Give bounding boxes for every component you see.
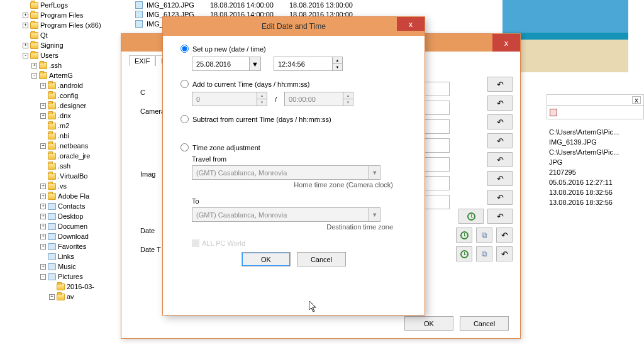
text-input[interactable] — [425, 82, 450, 96]
collapse-icon[interactable]: - — [31, 73, 37, 79]
expand-icon[interactable]: + — [23, 13, 28, 18]
days-value: 0 — [192, 96, 257, 103]
expand-icon[interactable]: + — [31, 63, 37, 69]
clock-button[interactable] — [456, 228, 472, 243]
tree-item[interactable]: -ArtemG — [5, 70, 131, 80]
tree-item[interactable]: +.vs — [5, 181, 131, 191]
text-input[interactable] — [425, 138, 450, 153]
expand-icon[interactable]: + — [40, 244, 46, 250]
tab-exif[interactable]: EXIF — [129, 55, 155, 66]
undo-button[interactable] — [487, 77, 513, 92]
expand-icon[interactable]: + — [23, 43, 28, 48]
copy-button[interactable] — [476, 246, 492, 261]
expand-icon[interactable]: + — [23, 23, 28, 28]
tree-item[interactable]: .m2 — [5, 121, 131, 131]
undo-button[interactable] — [496, 228, 513, 243]
days-spinner[interactable]: 0 ▲▼ — [192, 92, 267, 106]
expand-icon[interactable]: + — [40, 264, 46, 270]
undo-button[interactable] — [487, 209, 513, 224]
tree-item[interactable]: 2016-03- — [5, 282, 131, 292]
tree-item[interactable]: .nbi — [5, 131, 131, 141]
close-button[interactable]: x — [492, 34, 520, 52]
tree-item[interactable]: PerfLogs — [5, 0, 131, 10]
tree-item[interactable]: +Program Files — [5, 10, 131, 20]
collapse-icon[interactable]: - — [40, 274, 46, 280]
undo-button[interactable] — [496, 246, 513, 261]
date-picker[interactable]: 25.08.2016 ▼ — [192, 57, 261, 71]
timezone-to-dropdown[interactable]: (GMT) Casablanca, Monrovia ▾ — [192, 207, 380, 222]
text-input[interactable] — [425, 195, 450, 209]
expand-icon[interactable]: + — [40, 214, 46, 219]
expand-icon[interactable]: + — [40, 83, 46, 89]
tree-item[interactable]: +.android — [5, 80, 131, 90]
tree-item[interactable]: +Download — [5, 231, 131, 241]
expand-icon[interactable]: + — [40, 204, 46, 209]
text-input[interactable] — [425, 157, 450, 172]
text-input[interactable] — [425, 176, 450, 190]
expand-icon[interactable]: + — [40, 113, 46, 119]
tree-item[interactable]: +Documen — [5, 221, 131, 231]
undo-button[interactable] — [487, 114, 513, 129]
ok-button[interactable]: OK — [242, 252, 291, 266]
tree-item[interactable]: +.netbeans — [5, 141, 131, 151]
radio-timezone[interactable] — [180, 143, 189, 151]
tree-item[interactable]: Qt — [5, 30, 131, 40]
undo-button[interactable] — [487, 133, 513, 148]
close-icon[interactable]: x — [632, 96, 641, 104]
tree-item[interactable]: +Music — [5, 261, 131, 272]
cancel-button[interactable]: Cancel — [460, 316, 509, 331]
tree-item[interactable]: .ssh — [5, 161, 131, 171]
expand-icon[interactable]: + — [40, 194, 46, 199]
ok-button[interactable]: OK — [404, 316, 453, 331]
tree-item[interactable]: -Users — [5, 50, 131, 60]
tree-item[interactable]: +av — [5, 292, 131, 302]
close-button[interactable]: x — [397, 17, 425, 31]
clock-button[interactable] — [458, 209, 484, 224]
undo-button[interactable] — [487, 190, 513, 205]
spin-down-icon[interactable]: ▼ — [343, 99, 353, 106]
undo-button[interactable] — [487, 152, 513, 167]
tree-item[interactable]: +Favorites — [5, 241, 131, 251]
tree-item[interactable]: +Contacts — [5, 201, 131, 211]
tree-item[interactable]: +.dnx — [5, 111, 131, 121]
spin-up-icon[interactable]: ▲ — [257, 92, 267, 99]
copy-button[interactable] — [476, 228, 492, 243]
tree-item[interactable]: -Pictures — [5, 272, 131, 282]
expand-icon[interactable]: + — [40, 103, 46, 109]
spin-up-icon[interactable]: ▲ — [343, 92, 353, 99]
tree-item[interactable]: +Adobe Fla — [5, 191, 131, 201]
collapse-icon[interactable]: - — [23, 53, 28, 58]
expand-icon[interactable]: + — [40, 234, 46, 239]
radio-add[interactable] — [180, 80, 189, 88]
undo-button[interactable] — [487, 171, 513, 186]
tree-item[interactable]: .oracle_jre — [5, 151, 131, 161]
tree-item[interactable]: +.designer — [5, 101, 131, 111]
tree-item[interactable]: .VirtualBo — [5, 171, 131, 181]
clock-button[interactable] — [456, 246, 472, 261]
expand-icon[interactable]: + — [49, 294, 55, 300]
hms-spinner[interactable]: 00:00:00 ▲▼ — [284, 92, 353, 106]
time-spinner[interactable]: 12:34:56 ▲▼ — [274, 57, 343, 71]
tree-label: .netbeans — [58, 142, 88, 150]
folder-tree[interactable]: PerfLogs+Program Files+Program Files (x8… — [5, 0, 131, 362]
text-input[interactable] — [425, 119, 450, 134]
text-input[interactable] — [425, 101, 450, 115]
tree-item[interactable]: Links — [5, 251, 131, 261]
radio-subtract[interactable] — [180, 115, 189, 123]
radio-set-new[interactable] — [180, 45, 189, 53]
cancel-button[interactable]: Cancel — [297, 252, 346, 266]
tree-item[interactable]: +.ssh — [5, 60, 131, 70]
tree-item[interactable]: +Program Files (x86) — [5, 20, 131, 30]
spin-up-icon[interactable]: ▲ — [332, 57, 342, 64]
spin-down-icon[interactable]: ▼ — [257, 99, 267, 106]
expand-icon[interactable]: + — [40, 184, 46, 189]
undo-button[interactable] — [487, 96, 513, 111]
tree-item[interactable]: +Signing — [5, 40, 131, 50]
tree-item[interactable]: +Desktop — [5, 211, 131, 221]
expand-icon[interactable]: + — [40, 224, 46, 229]
dialog-titlebar[interactable]: Edit Date and Time x — [163, 17, 425, 36]
spin-down-icon[interactable]: ▼ — [332, 64, 342, 70]
expand-icon[interactable]: + — [40, 143, 46, 149]
timezone-from-dropdown[interactable]: (GMT) Casablanca, Monrovia ▾ — [192, 165, 380, 180]
tree-item[interactable]: .config — [5, 90, 131, 101]
